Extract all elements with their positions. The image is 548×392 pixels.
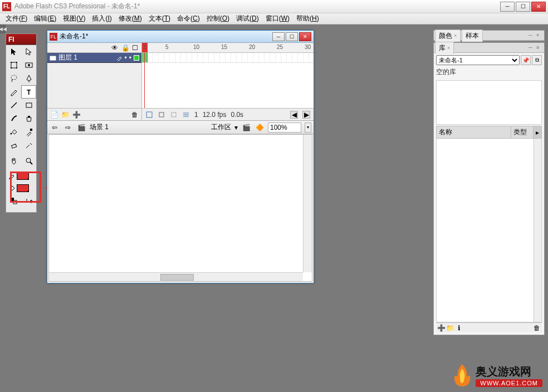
ink-bottle-tool[interactable] xyxy=(21,112,36,125)
selection-tool[interactable] xyxy=(6,45,21,58)
library-empty-msg: 空的库 xyxy=(436,65,542,79)
horizontal-scrollbar[interactable] xyxy=(49,272,303,281)
menu-i[interactable]: 插入(I) xyxy=(89,13,115,24)
brush-tool[interactable] xyxy=(6,112,21,125)
eyedropper2-tool[interactable] xyxy=(21,139,36,152)
tab-color[interactable]: 颜色× xyxy=(435,30,461,42)
free-transform-tool[interactable] xyxy=(6,58,21,72)
panel-menu-icon[interactable]: ≡ xyxy=(536,45,543,51)
document-titlebar[interactable]: FL 未命名-1* ─ ☐ ✕ xyxy=(47,31,314,43)
zoom-tool[interactable] xyxy=(21,154,36,168)
col-name[interactable]: 名称 xyxy=(437,126,511,138)
menu-h[interactable]: 帮助(H) xyxy=(293,13,322,24)
panel-minimize-icon[interactable]: ─ xyxy=(529,32,535,39)
delete-layer-button[interactable]: 🗑 xyxy=(130,110,139,119)
menu-c[interactable]: 命令(C) xyxy=(174,13,203,24)
minimize-button[interactable]: ─ xyxy=(500,2,515,12)
workarea-label: 工作区 xyxy=(211,122,231,132)
new-folder-button[interactable]: 📁 xyxy=(61,110,70,119)
center-frame-icon[interactable] xyxy=(145,111,153,119)
menu-e[interactable]: 编辑(E) xyxy=(31,13,60,24)
menu-f[interactable]: 文件(F) xyxy=(2,13,31,24)
right-panels: 颜色× 样本 ─× 库× ─≡ 未命名-1 📌 ⧉ 空的库 名称 类型 xyxy=(433,30,545,336)
menu-m[interactable]: 修改(M) xyxy=(115,13,145,24)
timeline-scroll-left[interactable]: ◀ xyxy=(290,111,298,119)
add-guide-button[interactable]: ➕ xyxy=(72,110,81,119)
timeline-frames[interactable] xyxy=(142,53,314,108)
tab-swatches[interactable]: 样本 xyxy=(462,30,483,42)
library-pin-button[interactable]: 📌 xyxy=(521,55,531,65)
panel-minimize-icon[interactable]: ─ xyxy=(529,45,535,51)
eyedropper-tool[interactable] xyxy=(21,125,36,139)
watermark-url: WWW.AOE1.COM xyxy=(476,379,542,387)
menu-t[interactable]: 文本(T) xyxy=(145,13,174,24)
show-hide-icon[interactable]: 👁 xyxy=(111,44,118,52)
library-doc-select[interactable]: 未命名-1 xyxy=(436,55,520,65)
rectangle-tool[interactable] xyxy=(21,99,36,112)
zoom-dropdown[interactable]: ▾ xyxy=(305,122,311,133)
hand-tool[interactable] xyxy=(6,154,21,168)
lock-icon[interactable]: 🔒 xyxy=(121,44,128,52)
menu-d[interactable]: 调试(D) xyxy=(233,13,262,24)
panel-collapse-left[interactable]: ◀◀ xyxy=(0,24,6,33)
onion-skin-icon[interactable] xyxy=(158,111,165,119)
scene-forward-button[interactable]: ⇨ xyxy=(63,122,73,133)
svg-line-10 xyxy=(11,102,17,108)
onion-skin-outline-icon[interactable] xyxy=(170,111,178,119)
doc-icon: FL xyxy=(50,33,57,41)
edit-symbols-icon[interactable]: 🔶 xyxy=(255,122,265,133)
pen-tool[interactable] xyxy=(21,72,36,85)
layer-visible-dot[interactable]: • xyxy=(125,54,127,62)
keyframe[interactable] xyxy=(142,53,148,62)
layer-name: 图层 1 xyxy=(58,53,77,62)
edit-multiple-icon[interactable] xyxy=(182,111,190,119)
scene-back-button[interactable]: ⇦ xyxy=(50,122,60,133)
subselection-tool[interactable] xyxy=(21,45,36,58)
library-new-button[interactable]: ⧉ xyxy=(532,55,542,65)
delete-button[interactable]: 🗑 xyxy=(533,324,541,332)
timeline-ruler[interactable]: 15101520253035 xyxy=(142,43,314,52)
doc-minimize-button[interactable]: ─ xyxy=(272,32,285,41)
maximize-button[interactable]: ☐ xyxy=(516,2,530,12)
col-type[interactable]: 类型 xyxy=(511,126,534,138)
gradient-transform-tool[interactable] xyxy=(21,58,36,72)
close-button[interactable]: ✕ xyxy=(531,2,546,12)
lasso-tool[interactable] xyxy=(6,72,21,85)
close-icon[interactable]: × xyxy=(447,45,450,51)
panel-menu-icon[interactable]: × xyxy=(536,32,543,39)
paint-bucket-tool[interactable] xyxy=(6,125,21,139)
doc-close-button[interactable]: ✕ xyxy=(299,32,311,41)
menu-o[interactable]: 控制(O) xyxy=(203,13,233,24)
text-tool[interactable]: T xyxy=(21,85,36,99)
pencil-tool[interactable] xyxy=(6,85,21,99)
layer-outline-swatch[interactable] xyxy=(134,55,139,61)
menu-w[interactable]: 窗口(W) xyxy=(262,13,293,24)
svg-rect-12 xyxy=(28,116,30,117)
tab-library[interactable]: 库× xyxy=(435,42,454,54)
new-symbol-button[interactable]: ➕ xyxy=(437,324,445,332)
zoom-input[interactable] xyxy=(268,122,301,133)
new-folder-button[interactable]: 📁 xyxy=(446,324,454,332)
menu-v[interactable]: 视图(V) xyxy=(60,13,89,24)
properties-button[interactable]: ℹ xyxy=(455,324,463,332)
line-tool[interactable] xyxy=(6,99,21,112)
library-list[interactable] xyxy=(436,139,542,322)
doc-maximize-button[interactable]: ☐ xyxy=(286,32,298,41)
frame-track[interactable] xyxy=(142,53,314,63)
workarea-dropdown[interactable]: ▾ xyxy=(234,124,238,131)
col-sort-icon[interactable]: ▸ xyxy=(534,126,541,138)
outline-icon[interactable]: ☐ xyxy=(131,44,138,52)
eraser-tool[interactable] xyxy=(6,139,21,152)
layer-row[interactable]: 图层 1 • • xyxy=(47,53,141,63)
new-layer-button[interactable]: 📄 xyxy=(50,110,58,119)
app-icon: FL xyxy=(2,2,11,11)
vertical-scrollbar[interactable] xyxy=(303,135,312,272)
library-scrollbar[interactable] xyxy=(534,139,541,322)
close-icon[interactable]: × xyxy=(454,33,457,38)
layer-lock-dot[interactable]: • xyxy=(129,54,131,62)
timeline-scroll-right[interactable]: ▶ xyxy=(302,111,310,119)
scrollbar-thumb[interactable] xyxy=(160,274,194,281)
svg-rect-3 xyxy=(11,67,12,68)
edit-scene-icon[interactable]: 🎬 xyxy=(241,122,251,133)
stage-canvas[interactable] xyxy=(48,134,312,282)
